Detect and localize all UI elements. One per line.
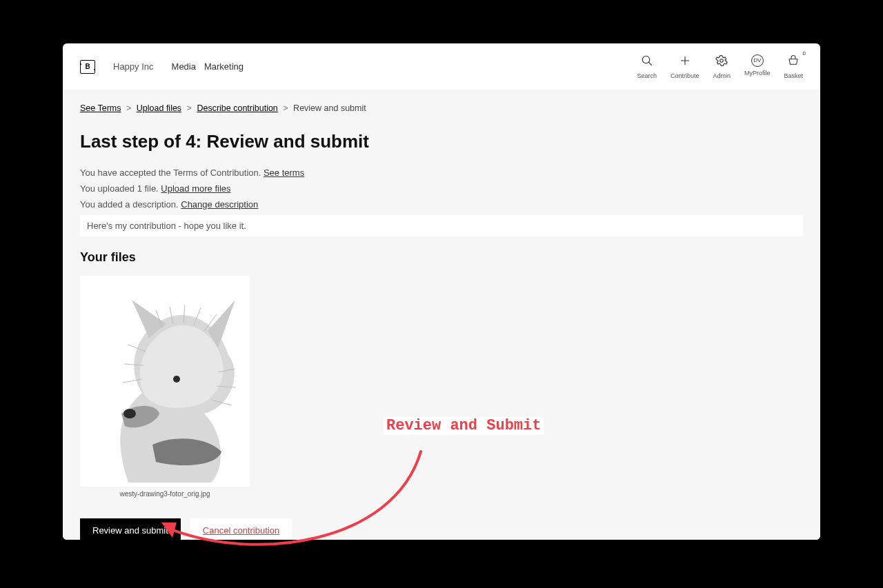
- svg-line-1: [648, 62, 652, 65]
- file-caption: westy-drawing3-fotor_orig.jpg: [80, 490, 250, 498]
- page-body: See Terms > Upload files > Describe cont…: [63, 90, 820, 540]
- summary-description: You added a description. Change descript…: [80, 199, 803, 210]
- annotation-label: Review and Submit: [384, 417, 544, 435]
- header-nav-tabs: Media Marketing: [172, 61, 244, 72]
- breadcrumb-upload-files[interactable]: Upload files: [137, 103, 181, 113]
- nav-tab-media[interactable]: Media: [172, 61, 196, 72]
- profile-label: MyProfile: [744, 70, 771, 77]
- contribute-button[interactable]: Contribute: [671, 54, 700, 79]
- breadcrumb-describe[interactable]: Describe contribution: [197, 103, 277, 113]
- review-submit-button[interactable]: Review and submit: [80, 518, 181, 540]
- search-label: Search: [637, 72, 657, 79]
- basket-icon: [787, 54, 800, 70]
- files-heading: Your files: [80, 250, 803, 265]
- gear-icon: [715, 54, 728, 70]
- header-left: B Happy Inc Media Marketing: [80, 60, 244, 74]
- breadcrumb-see-terms[interactable]: See Terms: [80, 103, 121, 113]
- search-button[interactable]: Search: [637, 54, 657, 79]
- cancel-contribution-button[interactable]: Cancel contribution: [190, 518, 292, 540]
- summary-upload: You uploaded 1 file. Upload more files: [80, 183, 803, 194]
- summary-upload-text: You uploaded 1 file.: [80, 183, 161, 194]
- summary-desc-text: You added a description.: [80, 199, 181, 210]
- basket-label: Basket: [784, 72, 803, 79]
- admin-label: Admin: [713, 72, 731, 79]
- dog-sketch-icon: [80, 276, 250, 487]
- admin-button[interactable]: Admin: [713, 54, 731, 79]
- nav-tab-marketing[interactable]: Marketing: [204, 61, 244, 72]
- brand-logo[interactable]: B: [80, 60, 95, 74]
- summary-terms-text: You have accepted the Terms of Contribut…: [80, 168, 264, 178]
- see-terms-link[interactable]: See terms: [264, 168, 304, 178]
- svg-point-4: [720, 59, 724, 62]
- svg-point-6: [123, 409, 136, 418]
- search-icon: [641, 54, 653, 70]
- breadcrumb-sep: >: [283, 103, 288, 113]
- app-window: B Happy Inc Media Marketing Search Contr…: [63, 43, 820, 540]
- page-title: Last step of 4: Review and submit: [80, 131, 803, 152]
- file-thumbnail-card: westy-drawing3-fotor_orig.jpg: [80, 276, 250, 498]
- change-description-link[interactable]: Change description: [181, 199, 258, 210]
- contribute-label: Contribute: [671, 72, 700, 79]
- avatar-icon: DV: [751, 54, 764, 67]
- breadcrumb-sep: >: [187, 103, 192, 113]
- breadcrumb: See Terms > Upload files > Describe cont…: [80, 90, 803, 131]
- upload-more-link[interactable]: Upload more files: [161, 183, 230, 194]
- svg-point-7: [173, 376, 180, 383]
- basket-button[interactable]: 0 Basket: [784, 54, 803, 79]
- org-name: Happy Inc: [113, 61, 154, 72]
- header-right: Search Contribute Admin DV MyProfile 0: [637, 54, 803, 79]
- breadcrumb-current: Review and submit: [293, 103, 366, 113]
- description-box: Here's my contribution - hope you like i…: [80, 215, 803, 236]
- svg-point-0: [642, 56, 650, 63]
- file-thumbnail[interactable]: [80, 276, 250, 487]
- profile-button[interactable]: DV MyProfile: [744, 54, 771, 77]
- plus-icon: [679, 54, 691, 70]
- breadcrumb-sep: >: [126, 103, 131, 113]
- basket-count: 0: [803, 50, 806, 57]
- header-bar: B Happy Inc Media Marketing Search Contr…: [63, 43, 820, 90]
- summary-terms: You have accepted the Terms of Contribut…: [80, 168, 803, 178]
- action-row: Review and submit Cancel contribution: [80, 518, 803, 540]
